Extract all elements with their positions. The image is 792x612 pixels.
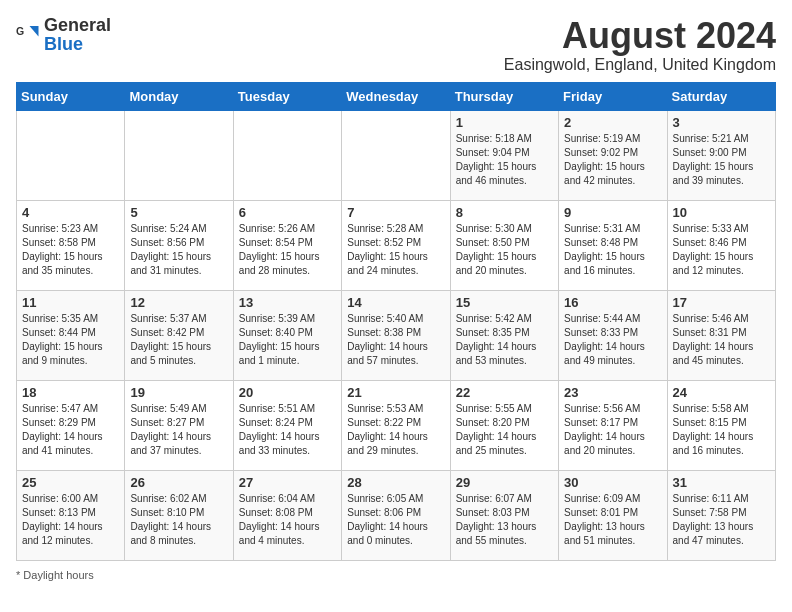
day-number: 2: [564, 115, 661, 130]
calendar-cell: 18Sunrise: 5:47 AM Sunset: 8:29 PM Dayli…: [17, 380, 125, 470]
day-info: Sunrise: 5:55 AM Sunset: 8:20 PM Dayligh…: [456, 402, 553, 458]
day-info: Sunrise: 6:05 AM Sunset: 8:06 PM Dayligh…: [347, 492, 444, 548]
day-info: Sunrise: 5:28 AM Sunset: 8:52 PM Dayligh…: [347, 222, 444, 278]
day-info: Sunrise: 5:42 AM Sunset: 8:35 PM Dayligh…: [456, 312, 553, 368]
day-number: 13: [239, 295, 336, 310]
day-number: 22: [456, 385, 553, 400]
calendar-cell: 31Sunrise: 6:11 AM Sunset: 7:58 PM Dayli…: [667, 470, 775, 560]
day-number: 16: [564, 295, 661, 310]
calendar-cell: 3Sunrise: 5:21 AM Sunset: 9:00 PM Daylig…: [667, 110, 775, 200]
day-number: 11: [22, 295, 119, 310]
day-info: Sunrise: 6:04 AM Sunset: 8:08 PM Dayligh…: [239, 492, 336, 548]
calendar-cell: 26Sunrise: 6:02 AM Sunset: 8:10 PM Dayli…: [125, 470, 233, 560]
calendar-cell: 2Sunrise: 5:19 AM Sunset: 9:02 PM Daylig…: [559, 110, 667, 200]
footer-note: * Daylight hours: [16, 569, 776, 581]
day-info: Sunrise: 5:21 AM Sunset: 9:00 PM Dayligh…: [673, 132, 770, 188]
day-number: 26: [130, 475, 227, 490]
calendar-week-2: 4Sunrise: 5:23 AM Sunset: 8:58 PM Daylig…: [17, 200, 776, 290]
logo-text-blue: Blue: [44, 34, 83, 54]
calendar-cell: 25Sunrise: 6:00 AM Sunset: 8:13 PM Dayli…: [17, 470, 125, 560]
day-info: Sunrise: 5:47 AM Sunset: 8:29 PM Dayligh…: [22, 402, 119, 458]
day-number: 31: [673, 475, 770, 490]
day-info: Sunrise: 5:30 AM Sunset: 8:50 PM Dayligh…: [456, 222, 553, 278]
svg-marker-1: [30, 26, 39, 37]
day-info: Sunrise: 5:56 AM Sunset: 8:17 PM Dayligh…: [564, 402, 661, 458]
col-header-thursday: Thursday: [450, 82, 558, 110]
day-info: Sunrise: 5:39 AM Sunset: 8:40 PM Dayligh…: [239, 312, 336, 368]
day-number: 23: [564, 385, 661, 400]
calendar-header-row: SundayMondayTuesdayWednesdayThursdayFrid…: [17, 82, 776, 110]
calendar-cell: 14Sunrise: 5:40 AM Sunset: 8:38 PM Dayli…: [342, 290, 450, 380]
day-info: Sunrise: 6:09 AM Sunset: 8:01 PM Dayligh…: [564, 492, 661, 548]
daylight-hours-label: Daylight hours: [23, 569, 93, 581]
calendar-cell: 21Sunrise: 5:53 AM Sunset: 8:22 PM Dayli…: [342, 380, 450, 470]
day-number: 25: [22, 475, 119, 490]
day-info: Sunrise: 5:46 AM Sunset: 8:31 PM Dayligh…: [673, 312, 770, 368]
col-header-wednesday: Wednesday: [342, 82, 450, 110]
col-header-friday: Friday: [559, 82, 667, 110]
calendar-cell: 30Sunrise: 6:09 AM Sunset: 8:01 PM Dayli…: [559, 470, 667, 560]
logo: G General Blue: [16, 16, 111, 54]
day-number: 14: [347, 295, 444, 310]
calendar-cell: 6Sunrise: 5:26 AM Sunset: 8:54 PM Daylig…: [233, 200, 341, 290]
day-info: Sunrise: 6:07 AM Sunset: 8:03 PM Dayligh…: [456, 492, 553, 548]
col-header-monday: Monday: [125, 82, 233, 110]
day-info: Sunrise: 6:00 AM Sunset: 8:13 PM Dayligh…: [22, 492, 119, 548]
day-number: 9: [564, 205, 661, 220]
calendar-week-1: 1Sunrise: 5:18 AM Sunset: 9:04 PM Daylig…: [17, 110, 776, 200]
col-header-sunday: Sunday: [17, 82, 125, 110]
calendar-cell: 27Sunrise: 6:04 AM Sunset: 8:08 PM Dayli…: [233, 470, 341, 560]
logo-text-general: General: [44, 15, 111, 35]
day-number: 1: [456, 115, 553, 130]
day-info: Sunrise: 6:11 AM Sunset: 7:58 PM Dayligh…: [673, 492, 770, 548]
calendar-cell: 8Sunrise: 5:30 AM Sunset: 8:50 PM Daylig…: [450, 200, 558, 290]
calendar-cell: 11Sunrise: 5:35 AM Sunset: 8:44 PM Dayli…: [17, 290, 125, 380]
calendar-cell: 9Sunrise: 5:31 AM Sunset: 8:48 PM Daylig…: [559, 200, 667, 290]
day-number: 28: [347, 475, 444, 490]
day-info: Sunrise: 5:51 AM Sunset: 8:24 PM Dayligh…: [239, 402, 336, 458]
calendar-cell: [342, 110, 450, 200]
calendar-week-3: 11Sunrise: 5:35 AM Sunset: 8:44 PM Dayli…: [17, 290, 776, 380]
day-number: 30: [564, 475, 661, 490]
calendar-cell: [125, 110, 233, 200]
calendar-cell: 16Sunrise: 5:44 AM Sunset: 8:33 PM Dayli…: [559, 290, 667, 380]
calendar-cell: 4Sunrise: 5:23 AM Sunset: 8:58 PM Daylig…: [17, 200, 125, 290]
day-info: Sunrise: 5:19 AM Sunset: 9:02 PM Dayligh…: [564, 132, 661, 188]
calendar-week-4: 18Sunrise: 5:47 AM Sunset: 8:29 PM Dayli…: [17, 380, 776, 470]
day-number: 15: [456, 295, 553, 310]
day-number: 18: [22, 385, 119, 400]
calendar-cell: 19Sunrise: 5:49 AM Sunset: 8:27 PM Dayli…: [125, 380, 233, 470]
calendar-cell: 17Sunrise: 5:46 AM Sunset: 8:31 PM Dayli…: [667, 290, 775, 380]
calendar-table: SundayMondayTuesdayWednesdayThursdayFrid…: [16, 82, 776, 561]
day-info: Sunrise: 5:58 AM Sunset: 8:15 PM Dayligh…: [673, 402, 770, 458]
day-number: 10: [673, 205, 770, 220]
logo-icon: G: [16, 23, 40, 47]
calendar-cell: 24Sunrise: 5:58 AM Sunset: 8:15 PM Dayli…: [667, 380, 775, 470]
day-number: 8: [456, 205, 553, 220]
day-number: 20: [239, 385, 336, 400]
day-number: 27: [239, 475, 336, 490]
location-title: Easingwold, England, United Kingdom: [504, 56, 776, 74]
day-info: Sunrise: 5:33 AM Sunset: 8:46 PM Dayligh…: [673, 222, 770, 278]
calendar-cell: 28Sunrise: 6:05 AM Sunset: 8:06 PM Dayli…: [342, 470, 450, 560]
calendar-cell: 15Sunrise: 5:42 AM Sunset: 8:35 PM Dayli…: [450, 290, 558, 380]
calendar-cell: 20Sunrise: 5:51 AM Sunset: 8:24 PM Dayli…: [233, 380, 341, 470]
day-info: Sunrise: 5:40 AM Sunset: 8:38 PM Dayligh…: [347, 312, 444, 368]
day-number: 5: [130, 205, 227, 220]
day-info: Sunrise: 5:53 AM Sunset: 8:22 PM Dayligh…: [347, 402, 444, 458]
calendar-cell: 7Sunrise: 5:28 AM Sunset: 8:52 PM Daylig…: [342, 200, 450, 290]
day-info: Sunrise: 5:37 AM Sunset: 8:42 PM Dayligh…: [130, 312, 227, 368]
day-number: 29: [456, 475, 553, 490]
day-info: Sunrise: 5:26 AM Sunset: 8:54 PM Dayligh…: [239, 222, 336, 278]
day-info: Sunrise: 5:23 AM Sunset: 8:58 PM Dayligh…: [22, 222, 119, 278]
col-header-saturday: Saturday: [667, 82, 775, 110]
day-info: Sunrise: 5:44 AM Sunset: 8:33 PM Dayligh…: [564, 312, 661, 368]
calendar-week-5: 25Sunrise: 6:00 AM Sunset: 8:13 PM Dayli…: [17, 470, 776, 560]
day-info: Sunrise: 6:02 AM Sunset: 8:10 PM Dayligh…: [130, 492, 227, 548]
day-number: 7: [347, 205, 444, 220]
col-header-tuesday: Tuesday: [233, 82, 341, 110]
day-number: 24: [673, 385, 770, 400]
day-number: 4: [22, 205, 119, 220]
day-number: 12: [130, 295, 227, 310]
calendar-cell: 23Sunrise: 5:56 AM Sunset: 8:17 PM Dayli…: [559, 380, 667, 470]
